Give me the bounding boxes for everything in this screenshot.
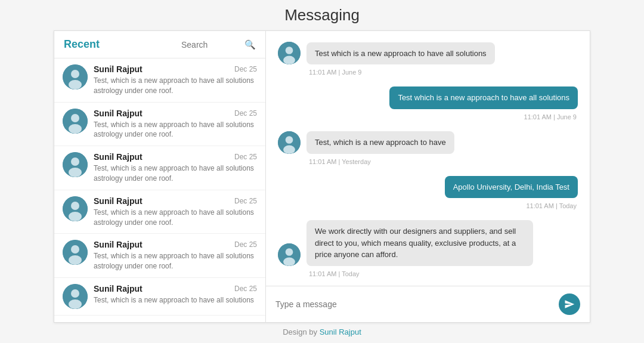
avatar (63, 64, 88, 89)
avatar (63, 152, 88, 177)
conversation-preview: Test, which is a new approach to have al… (94, 76, 257, 96)
avatar (278, 243, 301, 266)
page-title: Messaging (284, 6, 360, 24)
conversation-date: Dec 25 (234, 65, 257, 73)
svg-point-20 (283, 56, 295, 64)
message-row: Test which is a new approach to have all… (278, 42, 578, 64)
message-bubble: We work directly with our designers and … (306, 220, 533, 266)
conversation-name: Sunil Rajput (94, 152, 143, 162)
sidebar-header: Recent 🔍 (54, 31, 265, 58)
conversation-top: Sunil Rajput Dec 25 (94, 109, 257, 118)
message-bubble: Apollo University, Delhi, India Test (445, 176, 578, 199)
svg-point-10 (71, 202, 79, 210)
conversation-date: Dec 25 (234, 153, 257, 161)
conversation-item[interactable]: Sunil Rajput Dec 25 Test, which is a new… (54, 146, 265, 190)
footer-link[interactable]: Sunil Rajput (320, 327, 361, 336)
conversation-content: Sunil Rajput Dec 25 Test, which is a new… (94, 64, 257, 96)
chat-input-area (266, 286, 590, 322)
svg-point-5 (69, 124, 82, 134)
conversation-name: Sunil Rajput (94, 109, 143, 118)
avatar (63, 284, 88, 309)
svg-point-11 (69, 212, 82, 221)
sidebar-title: Recent (64, 38, 100, 51)
conversation-preview: Test, which is a new approach to have al… (94, 120, 257, 140)
message-group: Test, which is a new approach to have 11… (278, 131, 578, 165)
conversation-top: Sunil Rajput Dec 25 (94, 196, 257, 206)
footer-text: Design by (283, 327, 317, 336)
sidebar: Recent 🔍 Sunil Rajput Dec 25 Test, which… (54, 31, 266, 322)
svg-point-8 (69, 168, 82, 177)
messages-container: Test which is a new approach to have all… (266, 31, 590, 286)
svg-point-23 (283, 145, 295, 153)
conversation-item[interactable]: Sunil Rajput Dec 25 Test, which is a new… (54, 58, 265, 103)
message-timestamp: 11:01 AM | Yesterday (309, 158, 578, 165)
send-icon (564, 299, 575, 310)
conversation-top: Sunil Rajput Dec 25 (94, 64, 257, 74)
conversation-content: Sunil Rajput Dec 25 Test, which is a new… (94, 152, 257, 184)
chat-input[interactable] (275, 299, 559, 309)
conversation-preview: Test, which is a new approach to have al… (94, 208, 257, 228)
svg-point-1 (71, 70, 79, 78)
svg-point-7 (71, 157, 79, 166)
message-row: Test which is a new approach to have all… (278, 86, 578, 109)
avatar (63, 109, 88, 134)
svg-point-22 (286, 136, 293, 144)
svg-point-25 (286, 248, 293, 256)
search-area: 🔍 (181, 39, 256, 50)
chat-area: Test which is a new approach to have all… (266, 31, 590, 322)
conversation-top: Sunil Rajput Dec 25 (94, 152, 257, 162)
conversation-date: Dec 25 (234, 285, 257, 293)
conversation-name: Sunil Rajput (94, 240, 143, 249)
conversation-preview: Test, which is a new approach to have al… (94, 295, 257, 305)
message-bubble: Test which is a new approach to have all… (389, 86, 578, 109)
search-input[interactable] (181, 40, 241, 50)
conversation-item[interactable]: Sunil Rajput Dec 25 Test, which is a new… (54, 278, 265, 316)
message-bubble: Test which is a new approach to have all… (306, 42, 495, 65)
avatar (63, 240, 88, 265)
svg-point-26 (283, 257, 295, 265)
conversation-name: Sunil Rajput (94, 64, 143, 74)
message-group: We work directly with our designers and … (278, 220, 578, 277)
message-timestamp: 11:01 AM | Today (309, 270, 578, 277)
message-timestamp: 11:01 AM | June 9 (278, 113, 577, 120)
conversation-item[interactable]: Sunil Rajput Dec 25 Test, which is a new… (54, 190, 265, 234)
svg-point-13 (71, 245, 79, 254)
svg-point-14 (69, 255, 82, 265)
message-row: Test, which is a new approach to have (278, 131, 578, 154)
conversation-preview: Test, which is a new approach to have al… (94, 251, 257, 271)
message-timestamp: 11:01 AM | Today (278, 202, 577, 209)
conversation-name: Sunil Rajput (94, 284, 143, 293)
message-row: We work directly with our designers and … (278, 220, 578, 266)
conversation-top: Sunil Rajput Dec 25 (94, 240, 257, 249)
svg-point-19 (286, 47, 293, 54)
main-container: Recent 🔍 Sunil Rajput Dec 25 Test, which… (54, 30, 590, 323)
message-bubble: Test, which is a new approach to have (306, 131, 454, 154)
conversation-top: Sunil Rajput Dec 25 (94, 284, 257, 293)
avatar (278, 42, 301, 64)
conversation-item[interactable]: Sunil Rajput Dec 25 Test, which is a new… (54, 103, 265, 147)
message-row: Apollo University, Delhi, India Test (278, 176, 578, 199)
footer: Design by Sunil Rajput (283, 327, 361, 336)
conversation-content: Sunil Rajput Dec 25 Test, which is a new… (94, 109, 257, 140)
message-timestamp: 11:01 AM | June 9 (309, 69, 578, 76)
send-button[interactable] (559, 293, 580, 315)
svg-point-17 (69, 299, 82, 309)
conversation-preview: Test, which is a new approach to have al… (94, 163, 257, 184)
conversation-date: Dec 25 (234, 197, 257, 205)
conversation-content: Sunil Rajput Dec 25 Test, which is a new… (94, 240, 257, 271)
message-group: Apollo University, Delhi, India Test 11:… (278, 176, 578, 210)
svg-point-4 (71, 114, 79, 122)
message-group: Test which is a new approach to have all… (278, 86, 578, 120)
conversations-list: Sunil Rajput Dec 25 Test, which is a new… (54, 58, 265, 322)
conversation-date: Dec 25 (234, 109, 257, 118)
conversation-content: Sunil Rajput Dec 25 Test, which is a new… (94, 196, 257, 228)
svg-point-16 (71, 289, 79, 298)
message-group: Test which is a new approach to have all… (278, 42, 578, 76)
conversation-item[interactable]: Sunil Rajput Dec 25 Test, which is a new… (54, 234, 265, 278)
avatar (278, 131, 301, 154)
avatar (63, 196, 88, 221)
conversation-date: Dec 25 (234, 240, 257, 249)
svg-point-2 (69, 80, 82, 89)
conversation-content: Sunil Rajput Dec 25 Test, which is a new… (94, 284, 257, 305)
search-icon[interactable]: 🔍 (244, 39, 256, 50)
